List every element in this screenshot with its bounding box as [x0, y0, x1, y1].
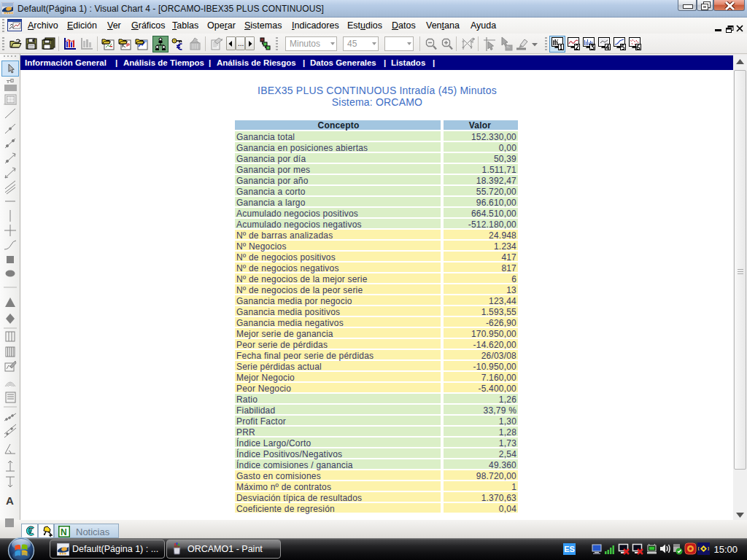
- svg-text:N: N: [61, 527, 67, 537]
- svg-text:A: A: [6, 494, 14, 507]
